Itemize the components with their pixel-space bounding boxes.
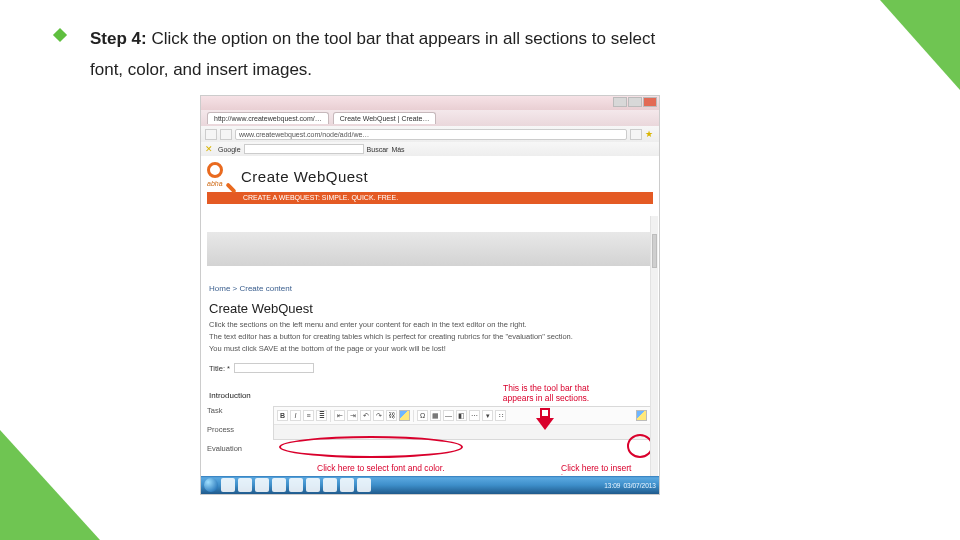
italic-button[interactable]: I — [290, 410, 301, 421]
start-orb-icon[interactable] — [204, 478, 218, 492]
callout-toolbar: This is the tool bar that appears in all… — [491, 384, 601, 404]
more-button-2[interactable]: ▾ — [482, 410, 493, 421]
decor-triangle-top — [880, 0, 960, 90]
more-button-3[interactable]: ∷ — [495, 410, 506, 421]
omega-button[interactable]: Ω — [417, 410, 428, 421]
step-line: Step 4: Click the option on the tool bar… — [90, 25, 840, 52]
scrollbar-thumb[interactable] — [652, 234, 657, 268]
step-text-a: Click the option on the tool bar that ap… — [151, 29, 655, 48]
section-item-process[interactable]: Process — [207, 425, 267, 434]
page-title: Create WebQuest — [209, 301, 651, 316]
task-icon-3[interactable] — [255, 478, 269, 492]
title-field: Title: * — [209, 363, 651, 373]
browser-tab-2[interactable]: Create WebQuest | Create… — [333, 112, 437, 124]
task-icon-7[interactable] — [323, 478, 337, 492]
fav-icon: ✕ — [205, 144, 215, 154]
numbers-button[interactable]: ≣ — [316, 410, 327, 421]
page-scrollbar[interactable] — [650, 216, 658, 476]
table-button[interactable]: ▦ — [430, 410, 441, 421]
nav-back-button[interactable] — [205, 129, 217, 140]
google-toolbar: ✕ Google Buscar Más — [201, 142, 659, 156]
window-close-button[interactable] — [643, 97, 657, 107]
step-label: Step 4: — [90, 29, 147, 48]
author-label: abha — [207, 180, 223, 187]
system-tray: 13:09 03/07/2013 — [604, 482, 656, 489]
editor: B I ≡ ≣ ⇤ ⇥ ↶ ↷ ⛓ Ω ▦ — — [273, 406, 653, 440]
link-button[interactable]: ⛓ — [386, 410, 397, 421]
bullet-icon — [53, 28, 67, 42]
intro-p1: Click the sections on the left menu and … — [209, 320, 651, 330]
hr-button[interactable]: — — [443, 410, 454, 421]
intro-p2: The text editor has a button for creatin… — [209, 332, 651, 342]
source-button[interactable]: ◧ — [456, 410, 467, 421]
address-input[interactable]: www.createwebquest.com/node/add/we… — [235, 129, 627, 140]
color-button[interactable] — [399, 410, 410, 421]
window-titlebar — [201, 96, 659, 110]
toolbar-sep — [330, 410, 331, 422]
indent-button[interactable]: ⇥ — [347, 410, 358, 421]
arrow-down-icon — [536, 408, 554, 430]
undo-button[interactable]: ↶ — [360, 410, 371, 421]
browser-tab-1[interactable]: http://www.createwebquest.com/… — [207, 112, 329, 124]
toolbar-sep-2 — [413, 410, 414, 422]
section-item-evaluation[interactable]: Evaluation — [207, 444, 267, 453]
google-search-btn[interactable]: Buscar — [367, 146, 389, 153]
ad-banner — [207, 232, 653, 266]
title-input[interactable] — [234, 363, 314, 373]
redo-button[interactable]: ↷ — [373, 410, 384, 421]
google-search-input[interactable] — [244, 144, 364, 154]
site-brand: Create WebQuest — [241, 168, 368, 185]
browser-tabs: http://www.createwebquest.com/… Create W… — [201, 110, 659, 126]
page-area: Create WebQuest abha CREATE A WEBQUEST: … — [201, 156, 659, 494]
insert-image-button[interactable] — [636, 410, 647, 421]
editor-toolbar: B I ≡ ≣ ⇤ ⇥ ↶ ↷ ⛓ Ω ▦ — — [274, 407, 652, 425]
outdent-button[interactable]: ⇤ — [334, 410, 345, 421]
section-list: Task Process Evaluation — [207, 406, 267, 453]
google-brand: Google — [218, 146, 241, 153]
bullets-button[interactable]: ≡ — [303, 410, 314, 421]
step-line-2: font, color, and insert images. — [90, 60, 312, 80]
bold-button[interactable]: B — [277, 410, 288, 421]
task-icon-4[interactable] — [272, 478, 286, 492]
task-icon-6[interactable] — [306, 478, 320, 492]
bookmark-star-icon[interactable]: ★ — [645, 129, 655, 139]
callout-font-color: Click here to select font and color. — [317, 464, 447, 474]
screenshot: http://www.createwebquest.com/… Create W… — [200, 95, 660, 495]
tray-time: 13:09 — [604, 482, 620, 489]
task-icon-5[interactable] — [289, 478, 303, 492]
breadcrumb[interactable]: Home > Create content — [209, 284, 651, 293]
intro-p3: You must click SAVE at the bottom of the… — [209, 344, 651, 354]
section-item-task[interactable]: Task — [207, 406, 267, 415]
nav-fwd-button[interactable] — [220, 129, 232, 140]
task-icon-1[interactable] — [221, 478, 235, 492]
taskbar: 13:09 03/07/2013 — [201, 476, 659, 494]
reload-button[interactable] — [630, 129, 642, 140]
tray-date: 03/07/2013 — [623, 482, 656, 489]
title-label: Title: * — [209, 364, 230, 373]
task-icon-8[interactable] — [340, 478, 354, 492]
ellipse-toolbar — [279, 436, 463, 458]
window-min-button[interactable] — [613, 97, 627, 107]
decor-triangle-bottom — [0, 430, 100, 540]
google-more-btn[interactable]: Más — [391, 146, 404, 153]
task-icon-2[interactable] — [238, 478, 252, 492]
task-icon-9[interactable] — [357, 478, 371, 492]
tagline-bar: CREATE A WEBQUEST: SIMPLE. QUICK. FREE. — [207, 192, 653, 204]
window-max-button[interactable] — [628, 97, 642, 107]
address-bar-row: www.createwebquest.com/node/add/we… ★ — [201, 126, 659, 142]
more-button-1[interactable]: ⋯ — [469, 410, 480, 421]
